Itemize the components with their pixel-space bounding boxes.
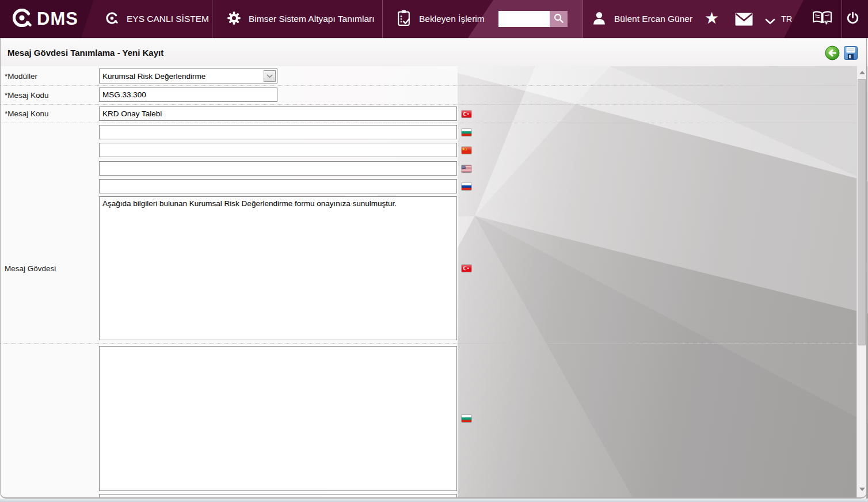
favorites-button[interactable]: ★ (705, 10, 719, 26)
back-icon (825, 52, 840, 62)
language-code[interactable]: TR (781, 0, 792, 38)
bulgaria-flag-icon (462, 129, 471, 136)
china-flag-icon (462, 147, 471, 154)
scroll-up-button[interactable] (857, 68, 867, 77)
scrollbar-thumb[interactable] (858, 79, 866, 345)
messages-button[interactable] (735, 13, 753, 28)
moduller-select-value: Kurumsal Risk Değerlendirme (100, 72, 264, 81)
top-navigation-bar: DMS EYS CANLI SİSTEM (0, 0, 868, 38)
menu-item-eys-canli-sistem[interactable]: EYS CANLI SİSTEM (105, 0, 209, 38)
mesaj-kodu-input[interactable] (99, 88, 277, 102)
language-dropdown-toggle[interactable] (765, 17, 775, 27)
row-separator (0, 104, 855, 105)
qdms-logo[interactable]: DMS (10, 0, 78, 38)
turkey-flag-icon (462, 265, 471, 272)
scroll-down-button[interactable] (857, 485, 867, 494)
qdms-app: DMS EYS CANLI SİSTEM (0, 0, 868, 502)
gear-icon (227, 11, 241, 28)
qdms-logo-text: DMS (37, 9, 78, 29)
menu-divider (583, 0, 583, 38)
menu-item-label: EYS CANLI SİSTEM (127, 14, 209, 24)
page-title-bar: Mesaj Gövdesi Tanımlama - Yeni Kayıt (0, 38, 868, 66)
power-icon (845, 11, 861, 29)
content-area: *Modüller *Mesaj Kodu *Mesaj Konu Mesaj … (0, 66, 868, 499)
chevron-down-icon (765, 17, 775, 27)
qdms-logo-icon (10, 6, 33, 32)
vertical-scrollbar[interactable] (856, 66, 866, 499)
search-icon (553, 13, 564, 25)
search-button[interactable] (550, 11, 568, 27)
arrow-up-icon (859, 71, 865, 74)
clipboard-check-icon (396, 9, 412, 29)
menu-item-bekleyen-islerim[interactable]: Bekleyen İşlerim (396, 0, 485, 38)
search-input[interactable] (498, 11, 550, 27)
mesaj-konu-input-chinese[interactable] (99, 143, 457, 157)
label-column-divider (98, 66, 98, 495)
field-label-mesaj-kodu: *Mesaj Kodu (5, 91, 49, 100)
arrow-down-icon (859, 488, 865, 491)
back-button[interactable] (825, 45, 840, 60)
mesaj-konu-input-russian[interactable] (99, 179, 457, 193)
qdms-ring-icon (105, 11, 119, 28)
bottom-strip (0, 499, 868, 502)
mesaj-govdesi-textarea-turkish[interactable]: Aşağıda bilgileri bulunan Kurumsal Risk … (99, 196, 457, 340)
row-separator (0, 85, 855, 86)
menu-divider (842, 0, 842, 38)
mesaj-govdesi-textarea-bulgarian[interactable] (99, 346, 457, 491)
russia-flag-icon (462, 183, 471, 190)
star-icon: ★ (705, 10, 719, 26)
mesaj-konu-input-bulgarian[interactable] (99, 125, 457, 139)
moduller-select[interactable]: Kurumsal Risk Değerlendirme (99, 69, 277, 83)
mesaj-konu-input-english-us[interactable] (99, 161, 457, 176)
user-icon (592, 10, 607, 28)
user-menu[interactable]: Bülent Ercan Güner (592, 0, 692, 38)
row-separator (0, 123, 855, 123)
mesaj-konu-input-turkish[interactable] (99, 107, 457, 121)
menu-item-label: Bekleyen İşlerim (419, 14, 485, 24)
chevron-down-icon (267, 74, 273, 78)
menu-item-label: Bimser Sistem Altyapı Tanımları (249, 14, 375, 24)
menu-item-bimser-sistem-altyapi[interactable]: Bimser Sistem Altyapı Tanımları (227, 0, 375, 38)
manual-button[interactable] (812, 10, 833, 30)
field-label-mesaj-konu: *Mesaj Konu (5, 109, 49, 118)
bulgaria-flag-icon (462, 415, 471, 422)
mesaj-govdesi-textarea-next[interactable] (99, 494, 457, 499)
turkey-flag-icon (462, 111, 471, 117)
moduller-select-button[interactable] (264, 70, 276, 82)
mail-icon (735, 13, 753, 28)
logout-button[interactable] (845, 11, 861, 29)
field-label-mesaj-govdesi: Mesaj Gövdesi (5, 264, 56, 273)
manual-icon (812, 10, 833, 30)
menu-divider (212, 0, 212, 38)
save-button[interactable] (843, 45, 858, 60)
user-name: Bülent Ercan Güner (614, 14, 692, 24)
page-title: Mesaj Gövdesi Tanımlama - Yeni Kayıt (0, 48, 163, 58)
field-label-moduller: *Modüller (5, 72, 37, 81)
menu-divider (382, 0, 383, 38)
usa-flag-icon (462, 165, 471, 172)
save-icon (843, 52, 858, 62)
row-separator (0, 343, 855, 344)
